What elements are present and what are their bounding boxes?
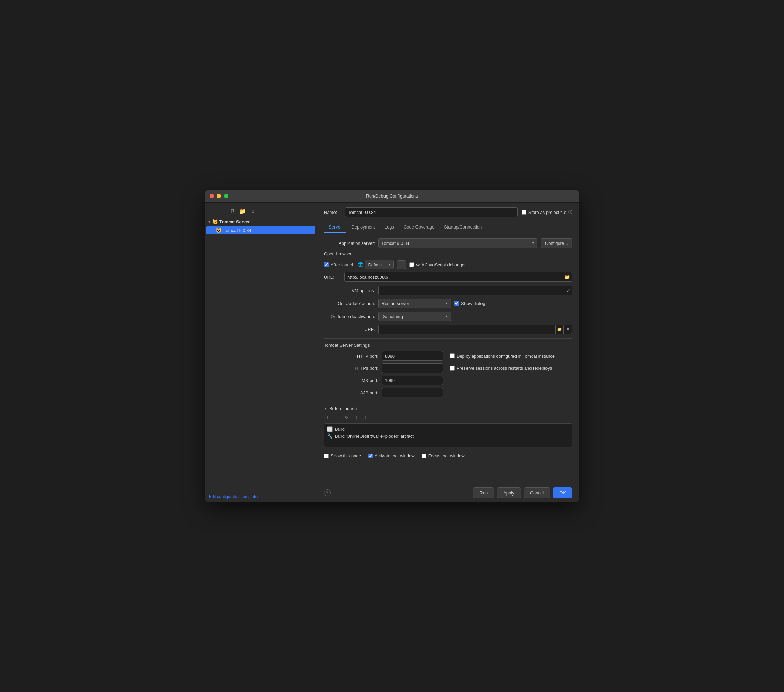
before-launch-edit-button[interactable]: ✎ [343,414,351,421]
cancel-button[interactable]: Cancel [524,487,550,498]
tab-deployment[interactable]: Deployment [346,222,379,233]
tree-item-label: Tomcat 9.0.84 [224,228,252,233]
ajp-port-label: AJP port: [324,390,379,395]
ajp-port-input[interactable] [382,388,443,397]
edit-templates-link[interactable]: Edit configuration templates... [209,494,263,499]
url-input[interactable] [348,274,563,279]
https-port-label: HTTPs port: [324,366,379,371]
tab-code-coverage[interactable]: Code Coverage [399,222,439,233]
apply-button[interactable]: Apply [497,487,521,498]
before-launch-build-item[interactable]: ⬜ Build [327,426,569,433]
sidebar-footer: Edit configuration templates... [205,490,317,502]
focus-window-checkbox-label[interactable]: Focus tool window [422,453,465,458]
before-launch-artifact-item[interactable]: 🔧 Build 'OnlineOrder:war exploded' artif… [327,433,569,439]
before-launch-up-button[interactable]: ↑ [352,414,360,421]
before-launch-header[interactable]: ▼ Before launch [324,406,572,411]
jre-row: JRE: 📁 ▼ [324,325,572,334]
tabs-bar: Server Deployment Logs Code Coverage Sta… [317,222,579,233]
main-content: + − ⧉ 📁 ↕ ▼ 🐱 Tomcat Server 🐱 Tomcat 9.0… [205,203,579,502]
folder-button[interactable]: 📁 [239,207,246,215]
ok-button[interactable]: OK [553,487,572,498]
add-config-button[interactable]: + [208,207,216,215]
browser-dropdown-wrapper: Default Chrome Firefox [365,260,394,269]
minimize-button[interactable] [217,194,221,198]
window-title: Run/Debug Configurations [366,193,418,198]
js-debugger-label: with JavaScript debugger [416,262,466,268]
show-dialog-checkbox[interactable] [454,301,459,306]
configure-button[interactable]: Configure... [541,238,572,248]
activate-window-checkbox[interactable] [368,454,372,458]
show-page-checkbox-label[interactable]: Show this page [324,453,361,458]
deploy-apps-checkbox[interactable] [450,353,455,358]
show-dialog-checkbox-label[interactable]: Show dialog [454,301,485,306]
tree-group-tomcat[interactable]: ▼ 🐱 Tomcat Server [205,218,317,226]
activate-window-checkbox-label[interactable]: Activate tool window [368,453,415,458]
js-debugger-checkbox-label[interactable]: with JavaScript debugger [409,262,466,268]
before-launch-section: ▼ Before launch + − ✎ ↑ ↓ ⬜ Build [324,406,572,461]
url-folder-icon[interactable]: 📁 [563,274,571,280]
browser-dots-button[interactable]: ... [397,260,406,269]
on-frame-deactivation-row: On frame deactivation: Do nothing Update… [324,312,572,321]
titlebar: Run/Debug Configurations [205,190,579,203]
store-project-row: Store as project file ⓘ [522,210,572,215]
http-port-input[interactable] [382,351,443,361]
app-server-select[interactable]: Tomcat 9.0.84 [379,238,537,248]
preserve-sessions-label: Preserve sessions across restarts and re… [457,366,552,371]
footer-left: ? [324,489,470,496]
tab-startup-connection[interactable]: Startup/Connection [439,222,487,233]
show-page-checkbox[interactable] [324,454,329,458]
help-button[interactable]: ? [324,489,331,496]
close-button[interactable] [209,194,214,198]
name-input[interactable] [345,207,517,217]
after-launch-checkbox[interactable] [324,262,329,267]
jre-dropdown-button[interactable]: ▼ [564,325,572,334]
browser-select[interactable]: Default Chrome Firefox [365,260,394,269]
vm-options-input[interactable] [381,288,566,293]
app-server-select-wrapper: Tomcat 9.0.84 [379,238,537,248]
copy-config-button[interactable]: ⧉ [229,207,236,215]
on-frame-deactivation-select[interactable]: Do nothing Update classes and resources … [379,312,451,321]
info-icon[interactable]: ⓘ [568,210,572,215]
name-label: Name: [324,210,341,215]
jmx-port-input[interactable] [382,376,443,385]
jre-input[interactable] [379,327,555,332]
url-input-wrapper: 📁 [344,272,572,282]
deploy-apps-checkbox-label[interactable]: Deploy applications configured in Tomcat… [450,353,572,358]
focus-window-checkbox[interactable] [422,454,427,458]
after-launch-label: After launch [331,262,354,268]
https-port-input[interactable] [382,363,443,373]
preserve-sessions-checkbox-label[interactable]: Preserve sessions across restarts and re… [450,366,572,371]
sort-button[interactable]: ↕ [249,207,257,215]
on-update-select-wrapper: Restart server Redeploy Hot swap classes… [379,299,451,308]
port-table: HTTP port: Deploy applications configure… [324,351,572,397]
expand-icon[interactable]: ⤢ [566,287,571,294]
tab-logs[interactable]: Logs [380,222,399,233]
before-launch-remove-button[interactable]: − [333,414,341,421]
before-launch-add-button[interactable]: + [324,414,331,421]
build-icon: ⬜ [327,426,333,432]
vm-options-label: VM options: [324,288,375,293]
artifact-item-label: Build 'OnlineOrder:war exploded' artifac… [335,434,414,439]
jre-folder-button[interactable]: 📁 [556,325,564,334]
url-label: URL: [324,274,341,279]
before-launch-down-button[interactable]: ↓ [362,414,369,421]
before-launch-toolbar: + − ✎ ↑ ↓ [324,414,572,421]
after-launch-row: After launch 🌐 Default Chrome Firefox [324,260,572,269]
build-item-label: Build [335,427,345,432]
tree-item-tomcat-9084[interactable]: 🐱 Tomcat 9.0.84 [206,226,315,234]
config-header: Name: Store as project file ⓘ [317,203,579,222]
on-update-select[interactable]: Restart server Redeploy Hot swap classes… [379,299,451,308]
http-port-label: HTTP port: [324,353,379,358]
tab-server[interactable]: Server [324,222,346,233]
after-launch-checkbox-label[interactable]: After launch [324,262,354,268]
before-launch-chevron-icon: ▼ [324,406,327,410]
focus-window-label: Focus tool window [428,453,465,458]
app-server-label: Application server: [324,241,375,246]
store-project-checkbox[interactable] [522,210,526,215]
maximize-button[interactable] [224,194,228,198]
preserve-sessions-checkbox[interactable] [450,366,455,370]
run-button[interactable]: Run [473,487,494,498]
open-browser-section: Open browser After launch 🌐 Default Ch [324,251,572,282]
remove-config-button[interactable]: − [219,207,226,215]
js-debugger-checkbox[interactable] [409,262,414,267]
